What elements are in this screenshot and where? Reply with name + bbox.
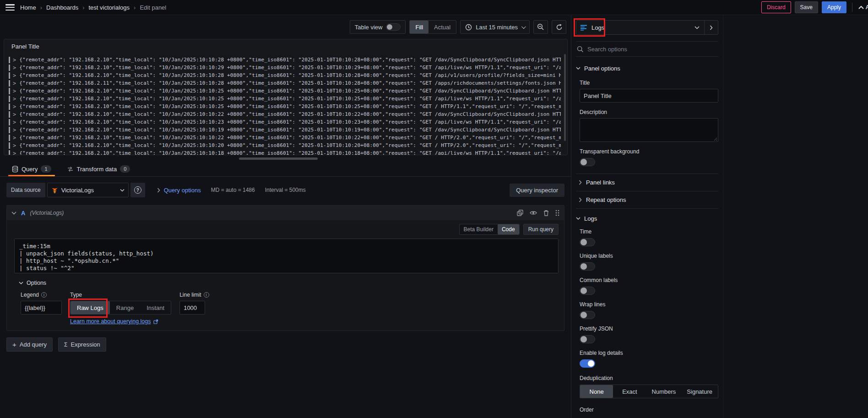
panel-title-input[interactable] [580, 89, 718, 103]
tab-transform-data[interactable]: Transform data 0 [62, 162, 135, 176]
apply-button[interactable]: Apply [822, 1, 846, 13]
toggle-unique-labels[interactable] [580, 262, 595, 271]
expand-log-chevron-icon[interactable]: > [13, 88, 16, 94]
panel-links-collapse[interactable]: Panel links [576, 174, 718, 191]
time-range-picker[interactable]: Last 15 minutes [460, 20, 530, 34]
builder-option[interactable]: Beta Builder [460, 224, 498, 234]
breadcrumb-item[interactable]: test victorialogs [88, 4, 130, 11]
add-query-button[interactable]: + Add query [6, 337, 53, 352]
expand-log-chevron-icon[interactable]: > [13, 65, 16, 71]
log-line[interactable]: > {"remote_addr": "192.168.2.10","time_l… [9, 141, 561, 149]
log-line[interactable]: > {"remote_addr": "192.168.2.10","time_l… [9, 126, 561, 134]
chevron-up-icon[interactable] [858, 5, 864, 10]
datasource-value: VictoriaLogs [61, 187, 94, 194]
log-line[interactable]: > {"remote_addr": "192.168.2.10","time_l… [9, 103, 561, 110]
zoom-out-button[interactable] [533, 20, 548, 34]
info-icon[interactable]: i [204, 292, 209, 298]
query-options-link[interactable]: Query options [164, 187, 201, 194]
table-view-toggle-group[interactable]: Table view [350, 20, 406, 34]
query-card-header[interactable]: A (VictoriaLogs) [7, 206, 564, 220]
log-line[interactable]: > {"remote_addr": "192.168.2.10","time_l… [9, 149, 561, 155]
description-textarea[interactable] [580, 118, 718, 142]
expression-button[interactable]: Σ Expression [58, 337, 106, 352]
toggle-time[interactable] [580, 238, 595, 246]
expand-log-chevron-icon[interactable]: > [13, 142, 16, 149]
collapse-pane-button[interactable] [704, 21, 718, 34]
dedup-option-none[interactable]: None [580, 385, 613, 398]
refresh-button[interactable] [552, 20, 566, 34]
legend-input[interactable] [21, 301, 62, 315]
breadcrumb-item[interactable]: Dashboards [46, 4, 78, 11]
dedup-option-numbers[interactable]: Numbers [646, 385, 682, 398]
log-line[interactable]: > {"remote_addr": "192.168.2.11","time_l… [9, 79, 561, 87]
logs-section-header[interactable]: Logs [576, 215, 718, 222]
line-limit-input[interactable] [179, 301, 205, 315]
code-option[interactable]: Code [498, 224, 519, 234]
panel-title[interactable]: Panel Title [11, 43, 39, 50]
pane-splitter[interactable] [723, 15, 723, 418]
drag-handle-icon[interactable] [555, 210, 559, 216]
log-line[interactable]: > {"remote_addr": "192.168.2.10","time_l… [9, 56, 561, 64]
horizontal-scrollbar-thumb[interactable] [239, 157, 318, 160]
datasource-select[interactable]: VictoriaLogs [47, 183, 129, 197]
run-query-button[interactable]: Run query [523, 224, 559, 235]
dedup-option-signature[interactable]: Signature [681, 385, 718, 398]
query-code-editor[interactable]: _time:15m| unpack_json fields(status, ht… [14, 239, 559, 273]
breadcrumb-item[interactable]: Home [20, 4, 36, 11]
expand-log-chevron-icon[interactable]: > [13, 96, 16, 102]
toggle-prettify-json[interactable] [580, 335, 595, 343]
table-view-toggle[interactable] [386, 23, 401, 31]
panel-options-section-header[interactable]: Panel options [576, 65, 718, 72]
dedup-option-exact[interactable]: Exact [613, 385, 646, 398]
log-line[interactable]: > {"remote_addr": "192.168.2.10","time_l… [9, 95, 561, 103]
learn-querying-logs-link[interactable]: Learn more about querying logs [70, 318, 158, 325]
log-line[interactable]: > {"remote_addr": "192.168.2.10","time_l… [9, 110, 561, 118]
resize-handle[interactable] [713, 136, 717, 141]
expand-log-chevron-icon[interactable]: > [13, 135, 16, 141]
discard-button[interactable]: Discard [761, 1, 791, 13]
log-line[interactable]: > {"remote_addr": "192.168.2.10","time_l… [9, 118, 561, 126]
expand-log-chevron-icon[interactable]: > [13, 57, 16, 63]
log-line[interactable]: > {"remote_addr": "192.168.2.10","time_l… [9, 87, 561, 95]
expression-sigma-icon: Σ [64, 342, 67, 348]
transparent-background-toggle[interactable] [580, 158, 595, 166]
expand-log-chevron-icon[interactable]: > [13, 111, 16, 118]
toggle-common-labels[interactable] [580, 287, 595, 295]
query-ref-id[interactable]: A [21, 210, 25, 217]
tab-transform-label: Transform data [77, 166, 117, 173]
expand-log-chevron-icon[interactable]: > [13, 150, 16, 155]
log-line[interactable]: > {"remote_addr": "192.168.2.10","time_l… [9, 134, 561, 141]
expand-log-chevron-icon[interactable]: > [13, 103, 16, 110]
menu-icon[interactable] [5, 4, 15, 11]
log-line[interactable]: > {"remote_addr": "192.168.2.10","time_l… [9, 71, 561, 79]
actual-option[interactable]: Actual [429, 21, 456, 33]
duplicate-query-icon[interactable] [517, 210, 523, 216]
search-placeholder: Search options [587, 46, 627, 53]
options-search[interactable]: Search options [576, 41, 718, 57]
visualization-picker[interactable]: Logs [576, 20, 718, 35]
tab-query-label: Query [22, 166, 38, 173]
collapse-chevron-icon[interactable] [11, 212, 16, 215]
expand-log-chevron-icon[interactable]: > [13, 127, 16, 133]
repeat-options-collapse[interactable]: Repeat options [576, 191, 718, 208]
type-option-raw-logs[interactable]: Raw Logs [71, 301, 110, 314]
info-icon[interactable]: i [41, 292, 47, 298]
tab-query[interactable]: Query 1 [7, 162, 56, 176]
query-inspector-button[interactable]: Query inspector [510, 184, 564, 197]
toggle-wrap-lines[interactable] [580, 311, 595, 319]
type-option-instant[interactable]: Instant [140, 301, 171, 314]
save-button[interactable]: Save [795, 1, 818, 13]
fill-option[interactable]: Fill [410, 21, 429, 33]
type-option-range[interactable]: Range [110, 301, 140, 314]
expand-log-chevron-icon[interactable]: > [13, 80, 16, 87]
toggle-enable-log-details[interactable] [580, 359, 595, 368]
hide-query-eye-icon[interactable] [530, 210, 537, 216]
panel-vertical-scrollbar[interactable] [564, 54, 566, 141]
log-line[interactable]: > {"remote_addr": "192.168.2.10","time_l… [9, 64, 561, 71]
expand-log-chevron-icon[interactable]: > [13, 119, 16, 125]
delete-query-trash-icon[interactable] [543, 210, 549, 216]
datasource-help-button[interactable]: ? [130, 183, 145, 197]
expand-log-chevron-icon[interactable]: > [13, 72, 16, 79]
options-collapse-header[interactable]: Options [19, 280, 559, 286]
toggle-option-label: Wrap lines [580, 301, 718, 308]
